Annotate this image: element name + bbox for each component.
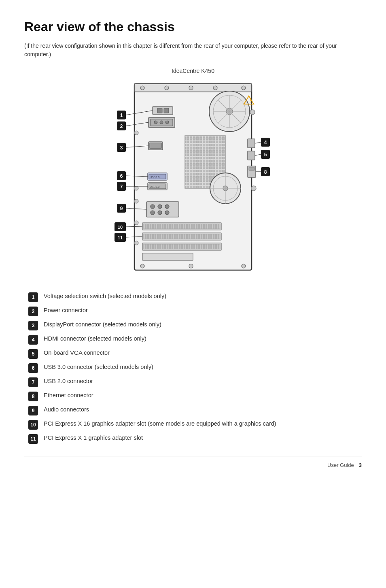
items-list: 1Voltage selection switch (selected mode…: [24, 292, 362, 444]
svg-point-27: [165, 121, 169, 124]
svg-point-39: [251, 186, 256, 191]
item-label-6: USB 3.0 connector (selected models only): [44, 363, 153, 372]
svg-point-3: [165, 86, 169, 90]
item-badge-2: 2: [28, 307, 38, 316]
list-item: 11PCI Express X 1 graphics adapter slot: [28, 434, 362, 444]
list-item: 2Power connector: [28, 306, 362, 316]
chassis-diagram: !: [24, 79, 362, 277]
list-item: 8Ethernet connector: [28, 391, 362, 401]
svg-rect-22: [164, 108, 169, 113]
item-badge-3: 3: [28, 321, 38, 330]
item-badge-11: 11: [28, 434, 38, 444]
list-item: 10PCI Express X 16 graphics adapter slot…: [28, 420, 362, 430]
svg-point-40: [134, 186, 138, 190]
svg-rect-30: [150, 143, 161, 149]
diagram-section: IdeaCentre K450: [24, 68, 362, 277]
svg-point-64: [134, 221, 138, 225]
svg-rect-21: [157, 108, 162, 113]
svg-point-6: [242, 86, 246, 90]
svg-text:USB2.0: USB2.0: [150, 185, 159, 188]
svg-point-4: [189, 86, 193, 90]
svg-line-81: [255, 142, 261, 143]
svg-point-54: [165, 211, 169, 215]
svg-point-52: [151, 211, 155, 215]
svg-point-5: [213, 86, 217, 90]
svg-rect-20: [153, 107, 173, 115]
svg-text:4: 4: [264, 140, 267, 145]
intro-text: (If the rear view configuration shown in…: [24, 42, 348, 59]
svg-text:9: 9: [120, 206, 123, 211]
footer-page-number: 3: [359, 462, 362, 468]
svg-rect-66: [248, 139, 255, 148]
svg-point-51: [165, 205, 169, 209]
list-item: 9Audio connectors: [28, 405, 362, 415]
svg-text:11: 11: [118, 235, 123, 240]
svg-text:USB3.0: USB3.0: [150, 176, 159, 179]
item-badge-8: 8: [28, 392, 38, 401]
svg-text:1: 1: [120, 113, 123, 118]
svg-text:5: 5: [264, 152, 267, 158]
svg-text:7: 7: [120, 184, 123, 190]
svg-point-50: [158, 205, 162, 209]
list-item: 5On-board VGA connector: [28, 349, 362, 359]
svg-point-9: [189, 264, 193, 268]
list-item: 6USB 3.0 connector (selected models only…: [28, 363, 362, 373]
svg-point-28: [134, 131, 138, 135]
svg-point-7: [140, 264, 144, 268]
item-badge-9: 9: [28, 406, 38, 415]
item-badge-7: 7: [28, 377, 38, 387]
svg-point-49: [151, 205, 155, 209]
item-label-3: DisplayPort connector (selected models o…: [44, 320, 161, 329]
svg-point-2: [140, 86, 144, 90]
item-label-1: Voltage selection switch (selected model…: [44, 292, 166, 301]
item-badge-4: 4: [28, 335, 38, 345]
item-label-8: Ethernet connector: [44, 391, 93, 400]
item-label-10: PCI Express X 16 graphics adapter slot (…: [44, 420, 276, 428]
svg-text:3: 3: [120, 145, 123, 151]
footer-guide-label: User Guide: [327, 462, 354, 468]
page-title: Rear view of the chassis: [24, 19, 362, 34]
svg-rect-60: [144, 244, 220, 249]
svg-rect-58: [144, 234, 220, 239]
svg-point-26: [160, 121, 163, 124]
svg-line-84: [255, 154, 261, 156]
svg-text:2: 2: [120, 124, 123, 129]
svg-point-47: [134, 199, 138, 203]
diagram-title: IdeaCentre K450: [172, 68, 214, 74]
item-label-7: USB 2.0 connector: [44, 377, 93, 386]
svg-text:!: !: [250, 99, 251, 103]
svg-text:10: 10: [118, 225, 123, 230]
list-item: 1Voltage selection switch (selected mode…: [28, 292, 362, 302]
svg-point-8: [242, 264, 246, 268]
svg-point-25: [154, 121, 157, 124]
svg-rect-69: [249, 167, 255, 170]
item-label-9: Audio connectors: [44, 405, 89, 414]
svg-text:8: 8: [264, 169, 267, 175]
svg-text:6: 6: [120, 173, 123, 179]
item-badge-6: 6: [28, 363, 38, 373]
chassis-svg: !: [96, 79, 290, 277]
item-badge-10: 10: [28, 420, 38, 430]
list-item: 3DisplayPort connector (selected models …: [28, 320, 362, 330]
footer: User Guide 3: [24, 456, 362, 468]
item-label-5: On-board VGA connector: [44, 349, 110, 358]
item-label-4: HDMI connector (selected models only): [44, 334, 146, 343]
list-item: 7USB 2.0 connector: [28, 377, 362, 387]
svg-rect-61: [142, 253, 193, 260]
svg-rect-48: [146, 202, 179, 217]
item-badge-5: 5: [28, 349, 38, 359]
svg-point-65: [134, 241, 138, 245]
svg-rect-56: [144, 224, 220, 229]
list-item: 4HDMI connector (selected models only): [28, 334, 362, 345]
item-label-11: PCI Express X 1 graphics adapter slot: [44, 434, 143, 443]
item-badge-1: 1: [28, 292, 38, 302]
svg-rect-67: [248, 151, 255, 160]
svg-point-53: [158, 211, 162, 215]
svg-point-19: [250, 110, 255, 115]
item-label-2: Power connector: [44, 306, 88, 315]
